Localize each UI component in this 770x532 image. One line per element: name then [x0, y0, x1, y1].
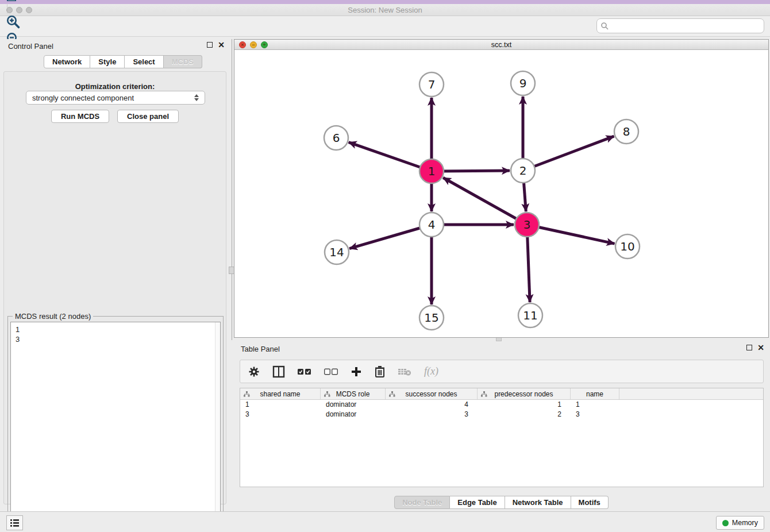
- cell-MCDS-role[interactable]: dominator: [321, 400, 386, 410]
- node-table: shared nameMCDS rolesuccessor nodesprede…: [240, 388, 764, 487]
- select-spinner-icon: [194, 94, 199, 101]
- graph-node-7[interactable]: 7: [419, 72, 444, 97]
- graph-node-4[interactable]: 4: [419, 213, 444, 237]
- cell-name[interactable]: 1: [571, 400, 619, 410]
- graph-node-10[interactable]: 10: [615, 234, 640, 259]
- window-title: Session: New Session: [0, 6, 770, 14]
- window-titlebar: Session: New Session: [0, 4, 770, 16]
- tab-node-table[interactable]: Node Table: [394, 496, 450, 509]
- status-bar: Memory: [0, 511, 770, 532]
- node-label-3: 3: [523, 218, 531, 232]
- column-header-successor-nodes[interactable]: successor nodes: [386, 388, 478, 399]
- tab-style[interactable]: Style: [90, 55, 125, 68]
- cell-successor-nodes[interactable]: 3: [386, 410, 478, 419]
- main-toolbar: V: [0, 16, 770, 37]
- node-label-4: 4: [428, 218, 436, 232]
- table-row[interactable]: 1dominator411: [240, 400, 763, 410]
- run-mcds-button[interactable]: Run MCDS: [51, 110, 109, 123]
- node-label-15: 15: [424, 311, 438, 325]
- table-row[interactable]: 3dominator323: [240, 410, 763, 419]
- export-image-icon: [6, 0, 21, 3]
- column-header-shared-name[interactable]: shared name: [240, 388, 321, 399]
- graph-node-6[interactable]: 6: [324, 126, 348, 150]
- deselect-all-button[interactable]: [324, 364, 338, 379]
- tab-motifs[interactable]: Motifs: [571, 496, 609, 509]
- table-panel: Table Panel ✕ f(x) shared nameMCDS roles…: [233, 342, 770, 511]
- control-panel-header: Control Panel ✕: [0, 39, 230, 54]
- mcds-result-groupbox: MCDS result (2 nodes) 1 3: [7, 316, 224, 532]
- delete-table-icon: [398, 367, 411, 376]
- cell-MCDS-role[interactable]: dominator: [321, 410, 386, 419]
- cell-shared-name[interactable]: 3: [240, 410, 321, 419]
- tab-mcds[interactable]: MCDS: [164, 55, 202, 68]
- graph-node-9[interactable]: 9: [511, 71, 535, 95]
- column-sort-icon: [481, 391, 487, 397]
- edge-4-14[interactable]: [349, 225, 432, 249]
- zoom-in-button[interactable]: [5, 13, 22, 30]
- table-close-panel-icon[interactable]: ✕: [757, 345, 764, 350]
- add-row-button[interactable]: [351, 364, 362, 379]
- node-label-11: 11: [523, 309, 537, 322]
- tab-select[interactable]: Select: [125, 55, 163, 68]
- cell-predecessor-nodes[interactable]: 1: [478, 400, 571, 410]
- node-label-9: 9: [519, 76, 527, 90]
- task-history-button[interactable]: [6, 515, 23, 530]
- gear-icon: [248, 366, 260, 377]
- zoom-in-icon: [6, 14, 21, 29]
- edge-3-1[interactable]: [443, 178, 527, 225]
- column-header-predecessor-nodes[interactable]: predecessor nodes: [478, 388, 571, 399]
- delete-row-button[interactable]: [375, 364, 385, 379]
- function-builder-button: f(x): [424, 364, 438, 379]
- tab-network[interactable]: Network: [44, 55, 90, 68]
- columns-button[interactable]: [272, 364, 285, 379]
- table-panel-title: Table Panel: [241, 345, 280, 353]
- node-label-8: 8: [623, 125, 630, 138]
- network-window-titlebar[interactable]: × − + scc.txt: [234, 40, 768, 50]
- graph-node-14[interactable]: 14: [325, 240, 349, 264]
- node-label-2: 2: [519, 164, 527, 178]
- graph-node-2[interactable]: 2: [511, 159, 535, 183]
- network-view-window: × − + scc.txt 7968124314101511: [234, 39, 769, 338]
- function-builder-icon: f(x): [424, 365, 438, 377]
- edge-2-8[interactable]: [523, 136, 614, 171]
- edge-1-6[interactable]: [349, 142, 432, 171]
- column-header-MCDS-role[interactable]: MCDS role: [321, 388, 386, 399]
- graph-node-15[interactable]: 15: [419, 306, 444, 330]
- export-image-button[interactable]: [5, 0, 22, 5]
- close-panel-button[interactable]: Close panel: [117, 110, 179, 123]
- close-panel-icon[interactable]: ✕: [218, 42, 225, 48]
- mcds-result-textarea[interactable]: 1 3: [10, 322, 221, 532]
- horizontal-splitter-handle[interactable]: [496, 337, 502, 341]
- toolbar-separator: [7, 5, 7, 13]
- graph-node-3[interactable]: 3: [515, 213, 539, 237]
- tab-edge-table[interactable]: Edge Table: [450, 496, 505, 509]
- result-scrollbar[interactable]: [215, 322, 220, 532]
- network-canvas[interactable]: 7968124314101511: [234, 50, 768, 337]
- graph-node-1[interactable]: 1: [419, 159, 444, 183]
- add-row-icon: [351, 366, 362, 377]
- cell-successor-nodes[interactable]: 4: [386, 400, 478, 410]
- table-tabs: Node TableEdge TableNetwork TableMotifs: [233, 496, 770, 509]
- optimization-select[interactable]: strongly connected component: [26, 91, 205, 105]
- search-input[interactable]: [609, 20, 764, 32]
- edge-3-10[interactable]: [527, 225, 615, 244]
- node-label-6: 6: [333, 131, 340, 145]
- graph-node-11[interactable]: 11: [518, 303, 542, 327]
- search-box[interactable]: [596, 18, 764, 33]
- table-float-panel-icon[interactable]: [746, 345, 752, 350]
- tab-network-table[interactable]: Network Table: [505, 496, 571, 509]
- column-label: name: [586, 390, 603, 398]
- column-header-name[interactable]: name: [571, 388, 619, 399]
- cell-predecessor-nodes[interactable]: 2: [478, 410, 571, 419]
- graph-node-8[interactable]: 8: [614, 119, 638, 144]
- memory-button[interactable]: Memory: [716, 516, 764, 530]
- gear-button[interactable]: [248, 364, 260, 379]
- cell-shared-name[interactable]: 1: [240, 400, 321, 410]
- vertical-splitter[interactable]: [232, 39, 232, 340]
- cell-name[interactable]: 3: [571, 410, 619, 419]
- select-all-button[interactable]: [298, 364, 311, 379]
- float-panel-icon[interactable]: [207, 42, 213, 48]
- deselect-all-icon: [324, 368, 338, 375]
- memory-status-icon: [722, 520, 729, 526]
- column-label: successor nodes: [405, 390, 457, 398]
